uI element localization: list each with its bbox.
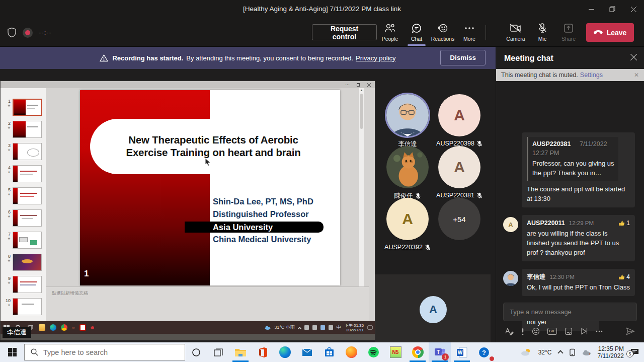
word-button[interactable]: W [451, 342, 473, 362]
onedrive-icon[interactable]: ! [582, 349, 591, 355]
mic-off-icon [537, 22, 547, 34]
ppt-more-icon[interactable]: ⋯ [345, 82, 350, 87]
chat-input[interactable] [503, 303, 637, 321]
close-button[interactable] [623, 0, 644, 18]
presenter-powerpoint-icon [72, 327, 75, 329]
reactions-button[interactable]: Reactions [429, 22, 457, 42]
slide-thumbnail-8[interactable]: 8 [1, 251, 46, 273]
taskbar-search[interactable] [24, 344, 185, 360]
slide-thumbnail-6[interactable]: 6 [1, 207, 46, 229]
slide-thumbnail-7[interactable]: 7 [1, 229, 46, 251]
share-icon [564, 22, 574, 34]
animation-star-icon [5, 303, 11, 307]
file-explorer-button[interactable] [229, 342, 252, 362]
slide-thumbnail-3[interactable]: 3 [1, 140, 46, 163]
notification-count: 5 [626, 350, 633, 357]
muted-settings-link[interactable]: Settings [580, 71, 603, 79]
action-center-icon[interactable]: 5 [630, 348, 639, 356]
spotify-button[interactable] [362, 342, 384, 362]
thumbs-up-reaction[interactable]: 1 [618, 219, 630, 228]
presenter-notification-icon [367, 325, 373, 330]
chat-compose: GIF [496, 303, 644, 335]
participant-tile[interactable]: A AUSP220398 [433, 94, 486, 147]
participant-tile[interactable]: 陳俊任 [381, 146, 434, 200]
slide-thumbnail-1[interactable]: 1 [1, 96, 46, 118]
more-button[interactable]: More [455, 22, 484, 42]
chat-message[interactable]: A AUSP220011 12:29 PM 1 are you willing … [503, 215, 638, 261]
taskbar-clock[interactable]: 12:35 PM 7/11/2022 [598, 345, 624, 359]
leave-button[interactable]: Leave [586, 23, 634, 42]
shared-screen[interactable]: ⋯ 1 2 3 [0, 81, 375, 340]
n5-game-button[interactable]: N5 [384, 342, 407, 362]
emoji-icon[interactable] [532, 327, 540, 335]
weather-temp[interactable]: 32°C [538, 349, 552, 356]
dismiss-button[interactable]: Dismiss [440, 50, 486, 65]
office-button[interactable] [252, 342, 274, 362]
muted-banner-close-icon[interactable]: ✕ [634, 71, 639, 79]
chrome-button[interactable] [407, 342, 429, 362]
teams-badge: 1 [442, 353, 449, 360]
edge-button[interactable] [274, 342, 296, 362]
presenter-explorer-icon [39, 324, 45, 331]
stream-icon[interactable] [580, 328, 588, 335]
camera-button[interactable]: Camera [502, 22, 530, 42]
help-button[interactable]: ? [473, 342, 495, 362]
meeting-title: [Healthy Aging & Anti-Aging] 7/11/2022 P… [0, 0, 644, 18]
chat-button[interactable]: Chat [403, 22, 431, 42]
chat-message[interactable]: AUSP220381 7/11/2022 12:27 PM Professor,… [522, 132, 638, 207]
firefox-button[interactable] [340, 342, 362, 362]
search-input[interactable] [43, 348, 164, 356]
scrollbar-thumb[interactable] [360, 94, 363, 129]
privacy-policy-link[interactable]: Privacy policy [356, 54, 395, 62]
restore-button[interactable] [602, 0, 623, 18]
participant-tile[interactable]: 李信達 [381, 94, 434, 149]
mic-button[interactable]: Mic [528, 22, 556, 42]
sticker-icon[interactable] [565, 327, 573, 335]
format-icon[interactable] [505, 328, 514, 335]
thumb-art [13, 254, 42, 271]
minimize-button[interactable] [581, 0, 602, 18]
cortana-button[interactable] [185, 342, 207, 362]
slide-scrollbar[interactable]: ▴ [359, 88, 364, 286]
people-icon [384, 22, 396, 34]
chat-message-list[interactable]: AUSP220381 7/11/2022 12:27 PM Professor,… [496, 132, 644, 283]
quoted-message: AUSP220381 7/11/2022 12:27 PM Professor,… [527, 137, 618, 181]
banner-title: Recording has started. [112, 54, 183, 62]
phone-link-icon[interactable] [569, 348, 576, 356]
participant-tile[interactable]: A AUSP220392 [381, 198, 434, 251]
ppt-close-icon[interactable] [367, 83, 371, 87]
task-view-button[interactable] [207, 342, 229, 362]
request-control-button[interactable]: Request control [312, 24, 377, 40]
send-icon[interactable] [626, 327, 635, 335]
people-button[interactable]: People [376, 22, 404, 42]
slide-thumbnail-10[interactable]: 10 [1, 296, 46, 318]
share-button[interactable]: Share [554, 22, 583, 42]
start-button[interactable] [0, 342, 24, 362]
animation-star-icon [5, 104, 11, 108]
chat-title: Meeting chat [504, 54, 553, 63]
ppt-restore-icon[interactable] [357, 83, 360, 87]
slide-thumbnail-2[interactable]: 2 [1, 118, 46, 140]
gif-icon[interactable]: GIF [547, 328, 557, 335]
avatar [386, 94, 429, 136]
slide-thumbnail-4[interactable]: 4 [1, 163, 46, 185]
presenter-weather-text: 31°C 小雨 [274, 324, 295, 331]
priority-icon[interactable] [521, 328, 524, 335]
slide-thumbnail-9[interactable]: 9 [1, 273, 46, 296]
participant-tile[interactable]: A AUSP220381 [433, 146, 486, 199]
store-button[interactable] [318, 342, 340, 362]
message-timestamp: 12:29 PM [569, 219, 594, 228]
overflow-participants-tile[interactable]: +54 [433, 198, 486, 240]
thumbs-up-reaction[interactable]: 4 [618, 272, 630, 282]
tray-chevron-icon[interactable] [557, 350, 563, 355]
self-view-tile[interactable]: A [375, 274, 491, 342]
slide-thumbnail-panel[interactable]: 1 2 3 4 5 [1, 88, 46, 327]
slide-thumbnail-5[interactable]: 5 [1, 185, 46, 207]
compose-more-icon[interactable] [596, 330, 603, 332]
chat-close-icon[interactable] [630, 54, 637, 60]
chat-message[interactable]: 李信達 12:30 PM 4 Ok, I will put the PPT on… [503, 269, 638, 296]
animation-star-icon [5, 170, 11, 174]
teams-button[interactable]: T 1 [429, 342, 451, 362]
slide-canvas[interactable]: New Therapeutic Effects of Aerobic Exerc… [80, 90, 340, 285]
mail-button[interactable]: 99+ [296, 342, 318, 362]
